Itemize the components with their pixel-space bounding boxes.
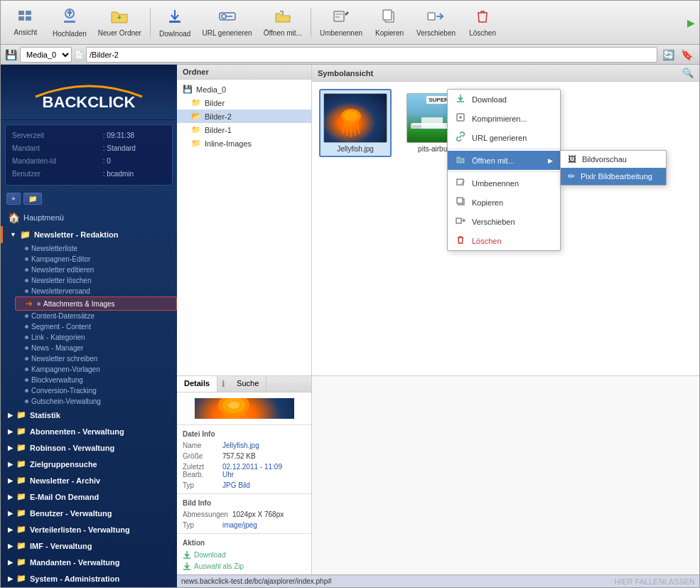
sidebar-section-newsletter-redaktion[interactable]: ▼ 📁 Newsletter - Redaktion xyxy=(1,226,177,243)
svg-rect-25 xyxy=(457,179,463,185)
sidebar-section-benutzer[interactable]: ▶ 📁 Benutzer - Verwaltung xyxy=(1,505,177,521)
sidebar-navigation: 🏠 Hauptmenü ▼ 📁 Newsletter - Redaktion N… xyxy=(1,208,177,587)
svg-rect-2 xyxy=(18,16,24,21)
sidebar-item-attachments-images[interactable]: ➔ Attachments & Images xyxy=(15,296,177,311)
expand-icon-benutzer: ▶ xyxy=(8,510,13,517)
sidebar-section-statistik[interactable]: ▶ 📁 Statistik xyxy=(1,407,177,423)
url-ctx-icon xyxy=(455,132,466,144)
sidebar-section-imf[interactable]: ▶ 📁 IMF - Verwaltung xyxy=(1,538,177,554)
ctx-oeffnen-mit[interactable]: Öffnen mit... ▶ 🖼 Bildvorschau xyxy=(448,151,560,170)
sidebar-section-system-administration[interactable]: ▶ 📁 System - Administration xyxy=(1,570,177,587)
path-input[interactable] xyxy=(86,47,657,63)
submenu-arrow-icon: ▶ xyxy=(548,157,553,164)
sidebar-item-kampagnen-vorlagen[interactable]: Kampagnen-Vorlagen xyxy=(15,364,177,375)
sidebar-folder-button[interactable]: 📁 xyxy=(23,193,42,205)
folder-panel-title: Ordner xyxy=(183,68,209,76)
sidebar-item-blockverwaltung[interactable]: Blockverwaltung xyxy=(15,375,177,385)
bullet xyxy=(25,247,28,250)
folder-item-media0[interactable]: 💾 Media_0 xyxy=(177,82,311,96)
sidebar-item-segment-content[interactable]: Segment - Content xyxy=(15,321,177,332)
sidebar-item-newsletter-editieren[interactable]: Newsletter editieren xyxy=(15,264,177,275)
drive-select[interactable]: Media_0 xyxy=(20,47,72,63)
toolbar-umbenennen-button[interactable]: Umbenennen xyxy=(315,5,367,41)
jellyfish-image xyxy=(324,93,387,143)
toolbar-more-button[interactable]: ▶ xyxy=(687,17,695,28)
sidebar-item-hauptmenu[interactable]: 🏠 Hauptmenü xyxy=(1,209,177,226)
ctx-download[interactable]: Download xyxy=(448,90,560,109)
toolbar-hochladen-button[interactable]: Hochladen xyxy=(48,4,92,41)
folder-item-inline-images[interactable]: 📁 Inline-Images xyxy=(177,137,311,150)
bookmark-button[interactable]: 🔖 xyxy=(679,48,695,61)
sidebar-item-kampagnen-editor[interactable]: Kampagnen-Editor xyxy=(15,254,177,264)
sidebar-item-newsletter-schreiben[interactable]: Newsletter schreiben xyxy=(15,353,177,364)
file-info-type-row: Typ JPG Bild xyxy=(183,480,306,491)
sidebar-item-newsletterliste[interactable]: Newsletterliste xyxy=(15,243,177,254)
aktion-zip-icon xyxy=(183,562,191,570)
details-jellyfish-image xyxy=(195,398,294,419)
details-info-icon[interactable]: ℹ xyxy=(217,376,230,392)
refresh-button[interactable]: 🔄 xyxy=(660,48,677,61)
ctx-verschieben[interactable]: Verschieben xyxy=(448,212,560,231)
sidebar-item-link-kategorien[interactable]: Link - Kategorien xyxy=(15,332,177,343)
sidebar-section-mandanten[interactable]: ▶ 📁 Mandanten - Verwaltung xyxy=(1,554,177,570)
neuer-ordner-label: Neuer Ordner xyxy=(98,29,141,37)
aktion-auswahl-label: Auswahl als Zip xyxy=(194,562,244,570)
aktion-download[interactable]: Download xyxy=(183,549,306,560)
sidebar-section-verteilerlisten[interactable]: ▶ 📁 Verteilerlisten - Verwaltung xyxy=(1,521,177,538)
file-thumb-jellyfish[interactable]: Jellyfish.jpg xyxy=(319,89,392,157)
folder-item-bilder2[interactable]: 📂 Bilder-2 xyxy=(177,109,311,123)
ctx-loeschen[interactable]: Löschen xyxy=(448,231,560,250)
toolbar-url-button[interactable]: URL generieren xyxy=(197,5,257,41)
ctx-separator2 xyxy=(448,171,560,172)
arrow-icon: ➔ xyxy=(26,299,33,309)
toolbar-kopieren-button[interactable]: Kopieren xyxy=(369,5,410,41)
toolbar-oeffnen-button[interactable]: Öffnen mit... xyxy=(259,5,307,41)
submenu-pixlr[interactable]: ✏ Pixlr Bildbearbeitung xyxy=(561,168,666,185)
ctx-umbenennen[interactable]: Umbenennen xyxy=(448,173,560,193)
search-icon[interactable]: 🔍 xyxy=(682,68,694,78)
ctx-oeffnen-label: Öffnen mit... xyxy=(472,156,515,165)
sidebar-section-robinson[interactable]: ▶ 📁 Robinson - Verwaltung xyxy=(1,439,177,456)
expand-icon-system: ▶ xyxy=(8,575,13,582)
aktion-download-icon xyxy=(183,550,191,559)
folder-item-bilder[interactable]: 📁 Bilder xyxy=(177,96,311,109)
hauptmenu-label: Hauptmenü xyxy=(23,213,64,222)
ctx-url[interactable]: URL generieren xyxy=(448,128,560,147)
details-tab-details[interactable]: Details xyxy=(177,376,217,392)
svg-text:BACKCLICK: BACKCLICK xyxy=(43,93,136,111)
sidebar-item-newsletterversand[interactable]: Newsletterversand xyxy=(15,286,177,296)
folder-item-bilder1[interactable]: 📁 Bilder-1 xyxy=(177,123,311,137)
imf-label: IMF - Verwaltung xyxy=(30,542,92,550)
oeffnen-ctx-icon xyxy=(455,154,466,166)
sidebar-item-news-manager[interactable]: News - Manager xyxy=(15,343,177,353)
sidebar-item-content-datensaetze[interactable]: Content-Datensätze xyxy=(15,311,177,321)
details-tab-suche[interactable]: Suche xyxy=(230,376,266,392)
sidebar-item-gutschein-verwaltung[interactable]: Gutschein-Verwaltung xyxy=(15,396,177,407)
aktion-auswahl[interactable]: Auswahl als Zip xyxy=(183,560,306,572)
svg-point-31 xyxy=(228,402,239,409)
bilder-label: Bilder xyxy=(205,99,225,107)
toolbar-verschieben-button[interactable]: Verschieben xyxy=(411,5,461,41)
toolbar-download-button[interactable]: Dowlnoad xyxy=(154,4,195,41)
bilder2-icon: 📂 xyxy=(191,112,201,121)
sidebar-section-abonnenten[interactable]: ▶ 📁 Abonnenten - Verwaltung xyxy=(1,423,177,439)
ctx-komprimieren[interactable]: Komprimieren... xyxy=(448,109,560,128)
mandant-value: : Standard xyxy=(103,143,166,154)
toolbar-loeschen-button[interactable]: Löschen xyxy=(462,5,503,41)
mandanten-id-value: : 0 xyxy=(103,156,166,167)
sidebar-section-newsletter-archiv[interactable]: ▶ 📁 Newsletter - Archiv xyxy=(1,472,177,488)
sidebar-section-zielgruppensuche[interactable]: ▶ 📁 Zielgruppensuche xyxy=(1,456,177,472)
toolbar-neuer-ordner-button[interactable]: + Neuer Ordner xyxy=(93,5,146,41)
submenu-bildvorschau[interactable]: 🖼 Bildvorschau xyxy=(561,151,666,168)
url-icon xyxy=(218,9,237,27)
verteiler-label: Verteilerlisten - Verwaltung xyxy=(30,525,130,534)
logo-area: BACKCLICK xyxy=(1,65,177,120)
sidebar-item-newsletter-loeschen[interactable]: Newsletter löschen xyxy=(15,275,177,286)
sidebar-add-button[interactable]: + xyxy=(6,193,21,205)
ctx-kopieren-label: Kopieren xyxy=(472,198,503,207)
sidebar-section-email-on-demand[interactable]: ▶ 📁 E-Mail On Demand xyxy=(1,488,177,505)
sidebar-item-conversion-tracking[interactable]: Conversion-Tracking xyxy=(15,385,177,396)
mandant-label: Mandant xyxy=(12,143,102,154)
ctx-kopieren[interactable]: Kopieren xyxy=(448,193,560,212)
toolbar-ansicht-button[interactable]: Ansicht xyxy=(5,6,46,40)
